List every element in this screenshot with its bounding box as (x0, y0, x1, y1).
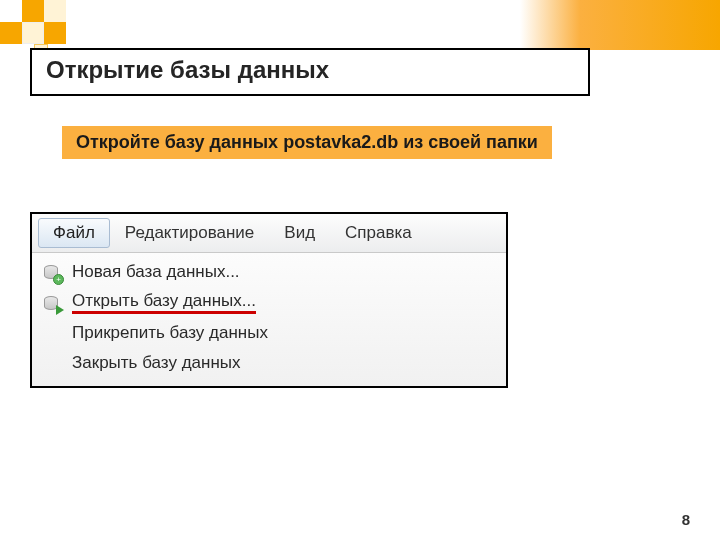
dropdown-item-label: Прикрепить базу данных (72, 323, 268, 343)
instruction-banner: Откройте базу данных postavka2.db из сво… (62, 126, 552, 159)
dropdown-open-db[interactable]: Открыть базу данных... (32, 287, 506, 318)
dropdown-item-label: Новая база данных... (72, 262, 240, 282)
dropdown-attach-db[interactable]: Прикрепить базу данных (32, 318, 506, 348)
menu-edit[interactable]: Редактирование (110, 218, 270, 248)
spacer-icon (40, 352, 62, 374)
menu-help[interactable]: Справка (330, 218, 427, 248)
spacer-icon (40, 322, 62, 344)
database-open-icon (40, 292, 62, 314)
page-title: Открытие базы данных (46, 56, 574, 84)
page-number: 8 (682, 511, 690, 528)
menubar: Файл Редактирование Вид Справка (32, 214, 506, 253)
file-dropdown: + Новая база данных... Открыть базу данн… (32, 253, 506, 386)
dropdown-close-db[interactable]: Закрыть базу данных (32, 348, 506, 378)
dropdown-new-db[interactable]: + Новая база данных... (32, 257, 506, 287)
menu-file[interactable]: Файл (38, 218, 110, 248)
decorative-stripe (520, 0, 720, 50)
menu-view[interactable]: Вид (269, 218, 330, 248)
app-screenshot: Файл Редактирование Вид Справка + Новая … (30, 212, 508, 388)
dropdown-item-label: Закрыть базу данных (72, 353, 241, 373)
dropdown-item-label: Открыть базу данных... (72, 291, 256, 314)
database-new-icon: + (40, 261, 62, 283)
title-box: Открытие базы данных (30, 48, 590, 96)
